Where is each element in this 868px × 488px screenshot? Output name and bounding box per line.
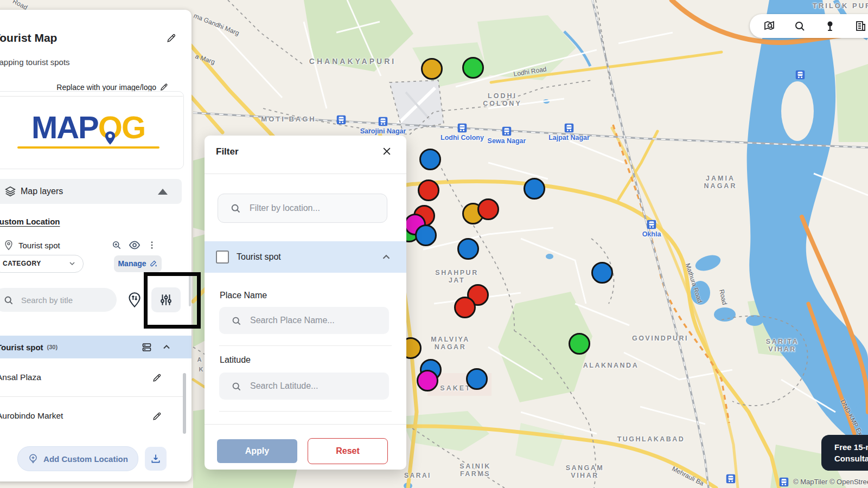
map-marker-red[interactable] [454,297,476,318]
logo-underline [17,146,159,149]
metro-station-icon[interactable] [796,70,805,80]
area-label: LODHICOLONY [483,92,521,107]
map-marker-red[interactable] [477,198,499,220]
search-by-title-field[interactable] [0,288,117,312]
kebab-menu-icon[interactable] [147,240,157,250]
map-marker-magenta[interactable] [417,370,438,391]
search-icon [231,316,241,326]
edit-icon[interactable] [152,373,162,383]
filter-section-tourist-spot[interactable]: Tourist spot [205,241,406,273]
zoom-to-layer-icon[interactable] [111,240,122,251]
consultation-badge[interactable]: Free 15-min Consultation [821,435,868,471]
place-name-field[interactable] [219,307,389,334]
sort-locations-button[interactable] [124,290,145,310]
map-marker-blue[interactable] [415,224,437,246]
metro-station-label: Lajpat Nagar [548,134,590,142]
metro-station-label: Okhla [642,230,661,238]
tourist-spot-checkbox[interactable] [216,251,229,264]
sidebar: Tourist Map Mapping tourist spots Replac… [0,10,192,481]
divider [219,345,392,346]
add-pin-icon [28,453,39,464]
chevron-up-icon[interactable] [161,342,172,352]
metro-station-icon[interactable] [379,117,388,126]
chevron-down-icon [68,259,76,268]
metro-station-icon[interactable] [780,478,789,487]
list-item-name: Aurobindo Market [0,411,63,421]
filter-panel: Filter Tourist spot Place Name Latitude … [205,136,406,470]
reset-button[interactable]: Reset [308,438,388,464]
area-label: SAINIKFARMS [459,463,490,478]
map-marker-green[interactable] [569,333,590,355]
place-name-label: Place Name [220,291,267,300]
area-label: GOVINDPURI [632,335,688,342]
place-name-input[interactable] [249,315,376,326]
category-dropdown[interactable]: CATEGORY [0,255,84,273]
metro-station-label: Sewa Nagar [488,137,526,145]
area-label: CHANAKYAPURI [309,57,396,66]
building-icon[interactable] [854,20,867,33]
tourist-spot-list-header[interactable]: Tourist spot (30) [0,336,192,358]
category-row: CATEGORY Manage [0,255,183,272]
map-toolbar [750,14,868,38]
list-title: Tourist spot [0,343,43,352]
layer-row-tourist-spot: Tourist spot [0,237,183,253]
panel-scrollbar[interactable] [189,274,191,306]
download-button[interactable] [145,447,167,471]
area-label: K [199,366,204,373]
add-custom-location-button[interactable]: Add Custom Location [17,446,138,471]
metro-station-icon[interactable] [337,115,346,125]
latitude-field[interactable] [219,373,389,400]
search-by-title-input[interactable] [20,295,109,305]
metro-station-icon[interactable] [502,127,512,136]
list-item[interactable]: Aurobindo Market [0,397,183,435]
filter-sliders-button[interactable] [151,287,181,312]
table-view-icon[interactable] [141,342,152,353]
visibility-eye-icon[interactable] [129,239,141,251]
map-marker-blue[interactable] [466,368,488,390]
area-label: A [197,356,202,363]
logo-pin-icon [103,130,117,146]
area-label: SAKET [440,384,471,392]
map-marker-green[interactable] [462,57,484,79]
search-icon [230,203,241,214]
map-layers-label: Map layers [21,187,63,196]
latitude-input[interactable] [249,381,376,391]
edit-icon[interactable] [152,411,162,421]
metro-station-icon[interactable] [458,124,467,133]
list-item-name: Ansal Plaza [0,373,41,382]
list-item[interactable]: Ansal Plaza [0,358,183,397]
apply-button[interactable]: Apply [217,439,297,463]
sliders-icon [159,293,173,307]
map-marker-blue[interactable] [457,238,479,260]
divider [219,411,392,412]
metro-station-label: Lodhi Colony [441,134,484,142]
search-icon[interactable] [793,20,806,33]
collapse-triangle-icon[interactable] [158,189,168,195]
area-label: JAMIANAGAR [704,175,737,190]
custom-location-link[interactable]: Custom Location [0,217,60,226]
metro-station-icon[interactable] [565,124,574,133]
list-scrollbar[interactable] [183,373,186,434]
edit-title-icon[interactable] [166,33,177,43]
metro-station-icon[interactable] [647,220,656,229]
map-marker-red[interactable] [418,179,439,201]
map-marker-blue[interactable] [419,149,441,170]
map-marker-blue[interactable] [524,178,545,200]
filter-location-input[interactable] [248,203,375,214]
layers-icon [4,185,16,197]
manage-label: Manage [118,259,146,268]
map-marker-yellow[interactable] [421,58,443,80]
map-search-icon[interactable] [763,20,776,33]
edit-logo-icon[interactable] [159,82,169,92]
map-layers-header[interactable]: Map layers [0,179,182,204]
metro-station-icon[interactable] [726,474,736,484]
manage-button[interactable]: Manage [114,255,162,272]
filter-location-field[interactable] [218,194,387,223]
close-icon[interactable] [381,146,392,157]
search-icon [3,295,14,305]
map-marker-blue[interactable] [591,262,613,284]
mapog-logo: MAPOG [31,112,145,143]
location-pin-icon[interactable] [824,20,837,33]
chevron-up-icon[interactable] [380,251,392,263]
tourist-spot-list: Ansal PlazaAurobindo Market [0,358,183,435]
